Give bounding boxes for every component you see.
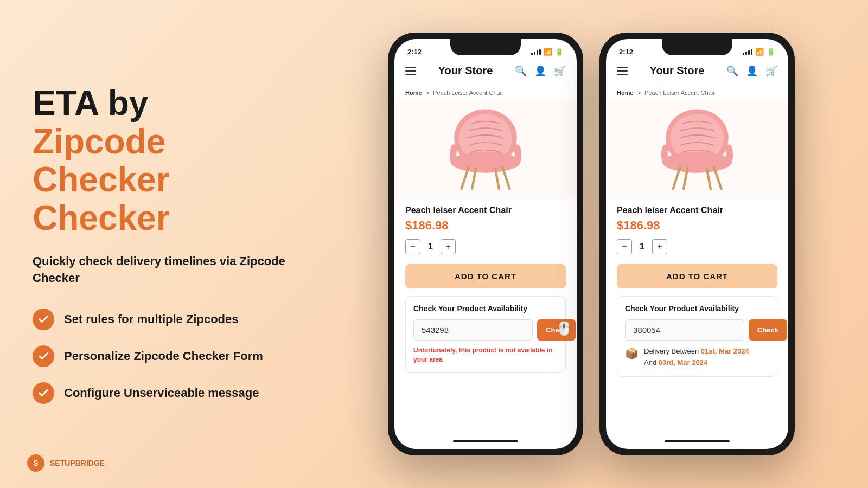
bar1	[743, 53, 744, 55]
brand-logo: S SETUPBRIDGE	[27, 454, 105, 472]
zipcode-input-2[interactable]	[625, 319, 744, 341]
delivery-date2: 03rd, Mar 2024	[659, 358, 707, 367]
bar3	[748, 50, 750, 55]
delivery-icon-2: 📦	[625, 347, 639, 360]
phone-notch-1	[450, 39, 521, 55]
qty-decrease-1[interactable]: −	[405, 239, 420, 254]
bar2	[745, 52, 747, 55]
qty-increase-2[interactable]: +	[652, 239, 667, 254]
zipcode-checker-1: Check Your Product Availability Check Un…	[405, 296, 566, 373]
feature-item-1: Set rules for multiple Zipcodes	[33, 309, 288, 330]
status-right-1: 📶 🔋	[531, 48, 564, 56]
feature-list: Set rules for multiple Zipcodes Personal…	[33, 309, 288, 404]
brand-icon: S	[27, 454, 44, 472]
phone-screen-2: 2:12 ✈ 📶 🔋	[606, 39, 788, 449]
cart-icon-1[interactable]: 🛒	[554, 65, 566, 77]
search-icon-1[interactable]: 🔍	[515, 65, 527, 77]
checker-title-1: Check Your Product Availability	[413, 304, 558, 313]
breadcrumb-1: Home > Peach Leiser Accent Chair	[394, 84, 577, 101]
product-info-1: Peach leiser Accent Chair $186.98 − 1 +	[394, 199, 577, 259]
nav-icons-2: 🔍 👤 🛒	[726, 65, 777, 77]
home-indicator-2	[665, 440, 730, 442]
phone-mockup-2: 2:12 ✈ 📶 🔋	[599, 33, 795, 455]
left-section: ETA by Zipcode Checker Checker Quickly c…	[0, 52, 315, 436]
check-button-1[interactable]: Check	[537, 319, 576, 341]
main-headline: ETA by Zipcode Checker Checker	[33, 84, 288, 237]
feature-label-1: Set rules for multiple Zipcodes	[64, 312, 239, 326]
time-1: 2:12	[407, 48, 422, 56]
phone-screen-1: 2:12 ✈ 📶 🔋	[394, 39, 577, 449]
bar4	[539, 49, 541, 55]
quantity-row-1: − 1 +	[405, 239, 566, 254]
add-to-cart-1[interactable]: ADD TO CART	[405, 264, 566, 288]
feature-label-3: Configure Unserviceable message	[64, 386, 259, 400]
signal-bars-2	[743, 49, 752, 55]
checker-input-row-1: Check	[413, 319, 558, 341]
home-bar-1	[394, 436, 577, 449]
signal-bars-1	[531, 49, 541, 55]
user-icon-1[interactable]: 👤	[534, 65, 546, 77]
qty-decrease-2[interactable]: −	[617, 239, 632, 254]
svg-rect-11	[665, 157, 730, 167]
product-price-1: $186.98	[405, 219, 566, 233]
nav-bar-1: Your Store 🔍 👤 🛒	[394, 60, 577, 84]
feature-item-3: Configure Unserviceable message	[33, 382, 288, 404]
product-name-2: Peach leiser Accent Chair	[617, 206, 777, 215]
hamburger-menu-2[interactable]	[617, 67, 628, 75]
hamburger-menu-1[interactable]	[405, 67, 416, 75]
subtitle-text: Quickly check delivery timelines via Zip…	[33, 253, 288, 287]
product-image-2	[606, 101, 788, 199]
zipcode-input-1[interactable]	[413, 319, 533, 341]
battery-icon-1: 🔋	[555, 48, 564, 56]
checker-title-2: Check Your Product Availability	[625, 304, 769, 313]
breadcrumb-home-2[interactable]: Home	[617, 89, 634, 96]
check-button-2[interactable]: Check	[749, 319, 787, 341]
qty-value-2: 1	[640, 242, 644, 252]
breadcrumb-home-1[interactable]: Home	[405, 89, 422, 96]
bar1	[531, 53, 533, 55]
home-indicator-1	[453, 440, 518, 442]
delivery-label: Delivery Between	[644, 347, 699, 355]
battery-icon-2: 🔋	[767, 48, 775, 56]
product-name-1: Peach leiser Accent Chair	[405, 206, 566, 215]
bar2	[534, 52, 535, 55]
cart-icon-2[interactable]: 🛒	[765, 65, 777, 77]
breadcrumb-product-1: Peach Leiser Accent Chair	[433, 89, 503, 96]
success-row-2: 📦 Delivery Between 01st, Mar 2024 And 03…	[625, 346, 769, 369]
store-name-2: Your Store	[650, 65, 705, 77]
brand-name: SETUPBRIDGE	[50, 459, 105, 467]
breadcrumb-product-2: Peach Leiser Accent Chair	[644, 89, 715, 96]
home-bar-2	[606, 436, 788, 449]
bar4	[751, 49, 752, 55]
nav-bar-2: Your Store 🔍 👤 🛒	[606, 60, 788, 84]
status-right-2: 📶 🔋	[743, 48, 775, 56]
store-name-1: Your Store	[438, 65, 493, 77]
headline-black: ETA by	[33, 84, 148, 123]
nav-icons-1: 🔍 👤 🛒	[515, 65, 566, 77]
product-price-2: $186.98	[617, 219, 777, 233]
checker-input-row-2: Check	[625, 319, 769, 341]
qty-increase-1[interactable]: +	[441, 239, 456, 254]
add-to-cart-2[interactable]: ADD TO CART	[617, 264, 777, 288]
check-icon-2	[33, 345, 54, 367]
error-message-1: Unfortunately, this product is not avail…	[413, 346, 558, 364]
svg-rect-3	[453, 157, 519, 167]
delivery-text-2: Delivery Between 01st, Mar 2024 And 03rd…	[644, 346, 749, 369]
phone-mockup-1: 2:12 ✈ 📶 🔋	[388, 33, 583, 455]
user-icon-2[interactable]: 👤	[746, 65, 758, 77]
quantity-row-2: − 1 +	[617, 239, 777, 254]
feature-label-2: Personalize Zipcode Checker Form	[64, 349, 263, 363]
check-icon-1	[33, 309, 54, 330]
time-2: 2:12	[619, 48, 633, 56]
feature-item-2: Personalize Zipcode Checker Form	[33, 345, 288, 367]
check-icon-3	[33, 382, 54, 404]
product-info-2: Peach leiser Accent Chair $186.98 − 1 +	[606, 199, 788, 259]
wifi-icon-1: 📶	[544, 48, 552, 56]
zipcode-checker-2: Check Your Product Availability Check 📦 …	[617, 296, 777, 377]
delivery-conjunction: And	[644, 358, 656, 367]
phone-notch-2	[662, 39, 732, 55]
phones-section: 2:12 ✈ 📶 🔋	[315, 22, 868, 466]
search-icon-2[interactable]: 🔍	[726, 65, 738, 77]
qty-value-1: 1	[428, 242, 433, 252]
wifi-icon-2: 📶	[755, 48, 764, 56]
